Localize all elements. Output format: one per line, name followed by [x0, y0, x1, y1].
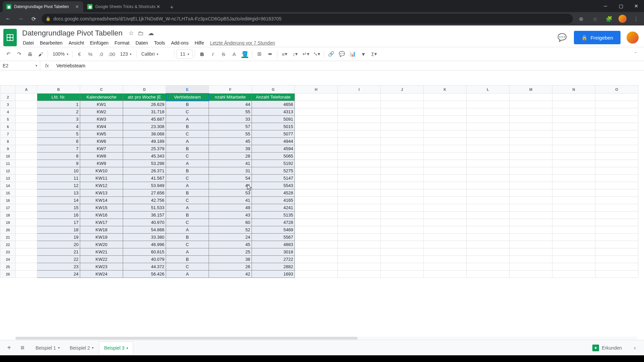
- cell-B17[interactable]: 15: [37, 204, 80, 212]
- cell-N13[interactable]: [552, 175, 595, 182]
- cell-I9[interactable]: [338, 145, 381, 153]
- cell-C19[interactable]: KW17: [80, 219, 123, 226]
- cell-J7[interactable]: [381, 130, 424, 138]
- strikethrough-button[interactable]: S: [218, 49, 228, 59]
- cell-D16[interactable]: 42.756: [123, 197, 166, 204]
- cell-B5[interactable]: 3: [37, 116, 80, 123]
- all-sheets-button[interactable]: ≡: [17, 343, 28, 353]
- cell-M25[interactable]: [509, 263, 552, 270]
- account-avatar[interactable]: [627, 32, 639, 44]
- cell-J4[interactable]: [381, 108, 424, 116]
- profile-avatar[interactable]: [619, 15, 627, 23]
- cell-N7[interactable]: [552, 130, 595, 138]
- cell-L24[interactable]: [467, 256, 509, 263]
- cell-B10[interactable]: 8: [37, 153, 80, 160]
- cell-E14[interactable]: A: [166, 182, 209, 189]
- address-bar[interactable]: 🔒 docs.google.com/spreadsheets/d/1tvqEL1…: [42, 14, 573, 24]
- cell-H9[interactable]: [295, 145, 338, 153]
- cell-A21[interactable]: [16, 234, 37, 241]
- cell-J18[interactable]: [381, 212, 424, 219]
- cell-A26[interactable]: [16, 270, 37, 278]
- cell-F7[interactable]: 55: [209, 130, 252, 138]
- cell-M15[interactable]: [509, 189, 552, 197]
- column-header-C[interactable]: C: [80, 85, 123, 94]
- close-window-button[interactable]: ✕: [629, 0, 644, 12]
- cell-F23[interactable]: 25: [209, 248, 252, 256]
- cell-K21[interactable]: [424, 234, 467, 241]
- cell-I8[interactable]: [338, 138, 381, 145]
- cell-G15[interactable]: 4528: [252, 189, 295, 197]
- minimize-button[interactable]: ─: [598, 0, 613, 12]
- scrollbar-thumb[interactable]: [15, 337, 358, 340]
- cell-O17[interactable]: [595, 204, 638, 212]
- cell-C13[interactable]: KW11: [80, 175, 123, 182]
- bold-button[interactable]: B: [197, 49, 207, 59]
- column-header-H[interactable]: H: [295, 85, 338, 94]
- cell-N5[interactable]: [552, 116, 595, 123]
- cell-H6[interactable]: [295, 123, 338, 130]
- italic-button[interactable]: I: [208, 49, 218, 59]
- cell-F22[interactable]: 45: [209, 241, 252, 248]
- menu-ansicht[interactable]: Ansicht: [66, 39, 87, 47]
- cell-I14[interactable]: [338, 182, 381, 189]
- cell-G18[interactable]: 5135: [252, 212, 295, 219]
- merge-cells-button[interactable]: ⬌: [265, 49, 275, 59]
- redo-button[interactable]: ↷: [14, 49, 24, 59]
- menu-einfügen[interactable]: Einfügen: [87, 39, 111, 47]
- cell-G14[interactable]: 5543: [252, 182, 295, 189]
- cell-G23[interactable]: 3018: [252, 248, 295, 256]
- cell-L18[interactable]: [467, 212, 509, 219]
- cell-I24[interactable]: [338, 256, 381, 263]
- cell-B9[interactable]: 7: [37, 145, 80, 153]
- cell-G24[interactable]: 2722: [252, 256, 295, 263]
- cell-O20[interactable]: [595, 226, 638, 234]
- cell-M21[interactable]: [509, 234, 552, 241]
- cell-D7[interactable]: 38.068: [123, 130, 166, 138]
- cell-G9[interactable]: 4594: [252, 145, 295, 153]
- cell-M5[interactable]: [509, 116, 552, 123]
- cell-N12[interactable]: [552, 167, 595, 175]
- cell-I22[interactable]: [338, 241, 381, 248]
- row-header-26[interactable]: 26: [0, 270, 16, 278]
- cell-F24[interactable]: 38: [209, 256, 252, 263]
- font-family-select[interactable]: Calibri ▾: [139, 49, 172, 59]
- cloud-status-icon[interactable]: ☁: [148, 29, 154, 37]
- cell-F25[interactable]: 26: [209, 263, 252, 270]
- column-header-N[interactable]: N: [552, 85, 595, 94]
- zoom-select[interactable]: 100% ▾: [50, 49, 70, 59]
- cell-G21[interactable]: 5567: [252, 234, 295, 241]
- cell-H17[interactable]: [295, 204, 338, 212]
- cell-F3[interactable]: 44: [209, 101, 252, 108]
- cell-C16[interactable]: KW14: [80, 197, 123, 204]
- cell-A20[interactable]: [16, 226, 37, 234]
- cell-M10[interactable]: [509, 153, 552, 160]
- cell-O25[interactable]: [595, 263, 638, 270]
- cell-C26[interactable]: KW24: [80, 270, 123, 278]
- cell-J17[interactable]: [381, 204, 424, 212]
- cell-C20[interactable]: KW18: [80, 226, 123, 234]
- star-icon[interactable]: ☆: [128, 29, 134, 37]
- cell-L23[interactable]: [467, 248, 509, 256]
- cell-F20[interactable]: 52: [209, 226, 252, 234]
- collapse-toolbar-button[interactable]: ˆ: [631, 49, 641, 59]
- cell-O14[interactable]: [595, 182, 638, 189]
- cell-K26[interactable]: [424, 270, 467, 278]
- text-rotation-button[interactable]: ⤡▾: [312, 49, 322, 59]
- row-header-15[interactable]: 15: [0, 189, 16, 197]
- cell-E7[interactable]: C: [166, 130, 209, 138]
- decrease-decimal-button[interactable]: .0: [96, 49, 106, 59]
- cell-C12[interactable]: KW10: [80, 167, 123, 175]
- formula-bar[interactable]: Vertriebsteam: [54, 61, 644, 70]
- cell-A22[interactable]: [16, 241, 37, 248]
- cell-H22[interactable]: [295, 241, 338, 248]
- cell-L7[interactable]: [467, 130, 509, 138]
- menu-daten[interactable]: Daten: [133, 39, 151, 47]
- sheets-logo-icon[interactable]: [3, 29, 17, 46]
- cell-B15[interactable]: 13: [37, 189, 80, 197]
- cell-N15[interactable]: [552, 189, 595, 197]
- cell-J14[interactable]: [381, 182, 424, 189]
- cell-N26[interactable]: [552, 270, 595, 278]
- cell-B12[interactable]: 10: [37, 167, 80, 175]
- cell-E2[interactable]: Vertriebsteam: [166, 94, 209, 101]
- cell-O3[interactable]: [595, 101, 638, 108]
